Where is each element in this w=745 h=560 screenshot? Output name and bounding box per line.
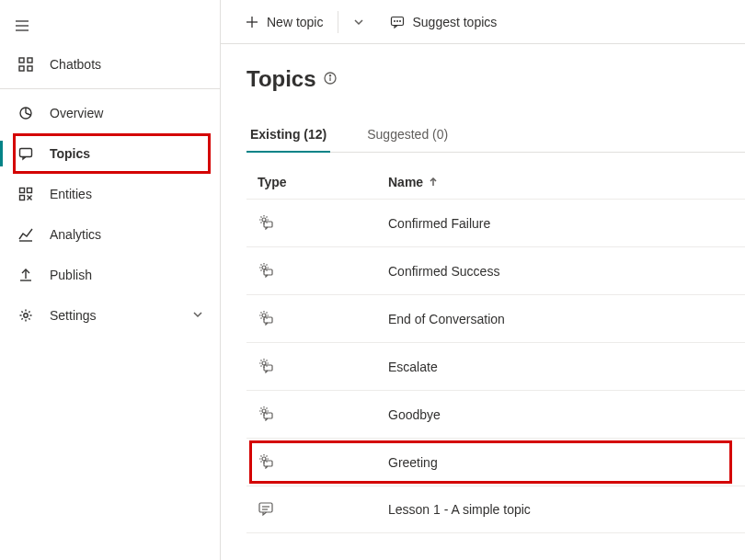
cell-name: Greeting	[388, 455, 734, 470]
cell-type	[258, 500, 388, 520]
sidebar-item-label: Entities	[50, 187, 92, 201]
system-topic-icon	[258, 357, 274, 376]
hamburger-button[interactable]	[0, 7, 44, 44]
entities-icon	[17, 187, 35, 201]
sidebar-item-settings[interactable]: Settings	[0, 295, 220, 336]
tab-label: Suggested (0)	[367, 127, 448, 142]
topic-icon	[17, 146, 35, 161]
sidebar-item-entities[interactable]: Entities	[0, 174, 220, 214]
cell-name: Goodbye	[388, 407, 734, 422]
main-area: New topic Suggest topics Topics Existing…	[221, 0, 745, 560]
suggest-topics-button[interactable]: Suggest topics	[383, 7, 504, 37]
new-topic-button[interactable]: New topic	[237, 7, 330, 37]
sort-asc-icon	[429, 175, 438, 189]
sidebar-item-label: Topics	[50, 146, 90, 161]
info-icon[interactable]	[324, 72, 337, 87]
sidebar-item-label: Analytics	[50, 227, 101, 242]
page-header: Topics	[246, 66, 745, 92]
column-header-type[interactable]: Type	[258, 175, 388, 189]
table-header: Type Name	[246, 166, 745, 199]
grid-icon	[17, 57, 35, 72]
divider	[0, 88, 220, 89]
separator	[338, 11, 338, 33]
system-topic-icon	[258, 452, 274, 472]
cell-name: Confirmed Failure	[388, 216, 734, 231]
tabs: Existing (12) Suggested (0)	[246, 118, 745, 153]
cell-name: End of Conversation	[388, 312, 734, 326]
cell-type	[258, 452, 388, 472]
sidebar-item-label: Publish	[50, 268, 92, 282]
table-row[interactable]: End of Conversation	[246, 294, 745, 342]
chevron-down-icon	[192, 308, 203, 323]
cell-type	[258, 405, 388, 424]
cell-name: Escalate	[388, 360, 734, 374]
system-topic-icon	[258, 213, 274, 233]
system-topic-icon	[258, 405, 274, 424]
user-topic-icon	[258, 500, 274, 520]
table-row[interactable]: Confirmed Failure	[246, 199, 745, 246]
cell-type	[258, 213, 388, 233]
gear-icon	[17, 308, 35, 323]
table-row[interactable]: Greeting	[246, 438, 745, 486]
cell-type	[258, 309, 388, 328]
column-label: Name	[388, 175, 423, 189]
hamburger-icon	[15, 18, 29, 33]
new-topic-dropdown[interactable]	[346, 7, 372, 37]
table-row[interactable]: Lesson 1 - A simple topic	[246, 486, 745, 533]
suggest-icon	[390, 15, 405, 29]
publish-icon	[17, 268, 35, 282]
sidebar-item-overview[interactable]: Overview	[0, 93, 220, 133]
sidebar-item-topics[interactable]: Topics	[0, 133, 220, 174]
plus-icon	[245, 15, 259, 29]
cell-type	[258, 261, 388, 280]
table-row[interactable]: Goodbye	[246, 390, 745, 438]
column-label: Type	[258, 175, 287, 189]
command-bar: New topic Suggest topics	[221, 0, 745, 44]
tab-existing[interactable]: Existing (12)	[246, 118, 330, 153]
column-header-name[interactable]: Name	[388, 175, 438, 189]
tab-label: Existing (12)	[250, 127, 327, 142]
sidebar-item-label: Overview	[50, 106, 103, 120]
sidebar-item-chatbots[interactable]: Chatbots	[0, 44, 220, 85]
sidebar-item-label: Settings	[50, 308, 97, 323]
content-area: Topics Existing (12) Suggested (0) Type	[221, 44, 745, 560]
sidebar-item-analytics[interactable]: Analytics	[0, 214, 220, 255]
table-row[interactable]: Escalate	[246, 342, 745, 390]
cell-type	[258, 357, 388, 376]
table-row[interactable]: Confirmed Success	[246, 246, 745, 294]
system-topic-icon	[258, 309, 274, 328]
highlight-box	[13, 133, 211, 174]
sidebar-item-label: Chatbots	[50, 57, 101, 72]
cell-name: Confirmed Success	[388, 264, 734, 279]
button-label: Suggest topics	[412, 15, 497, 29]
sidebar-item-publish[interactable]: Publish	[0, 255, 220, 295]
sidebar: Chatbots Overview Topics Entities Analyt…	[0, 0, 221, 560]
cell-name: Lesson 1 - A simple topic	[388, 502, 734, 517]
system-topic-icon	[258, 261, 274, 280]
analytics-icon	[17, 227, 35, 242]
overview-icon	[17, 106, 35, 120]
topics-table: Type Name Confirmed FailureConfirmed Suc…	[246, 166, 745, 533]
chevron-down-icon	[353, 17, 364, 28]
page-title: Topics	[246, 66, 316, 92]
tab-suggested[interactable]: Suggested (0)	[363, 118, 452, 153]
button-label: New topic	[267, 15, 323, 29]
